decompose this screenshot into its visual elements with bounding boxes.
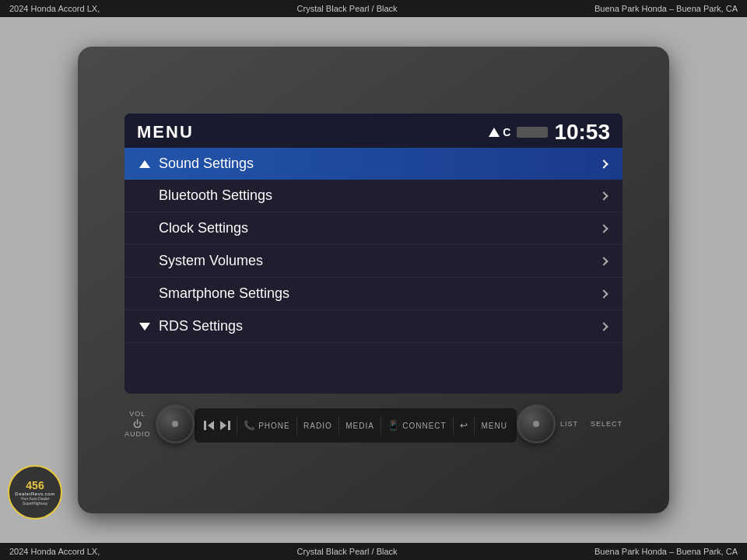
bottom-bar: 2024 Honda Accord LX, Crystal Black Pear… xyxy=(0,543,747,560)
menu-item-clock[interactable]: Clock Settings xyxy=(124,212,622,245)
connect-icon: 📱 xyxy=(388,420,399,431)
watermark-numbers: 456 xyxy=(26,479,44,492)
phone-icon: 📞 xyxy=(244,420,255,431)
vol-label: VOL ⏻ AUDIO xyxy=(124,410,151,438)
back-icon: ↩ xyxy=(460,420,468,431)
select-knob[interactable] xyxy=(517,404,556,443)
list-label: LIST xyxy=(560,420,578,428)
menu-item-smartphone[interactable]: Smartphone Settings xyxy=(124,278,622,310)
screen-header: MENU C 10:53 xyxy=(124,114,622,148)
skip-back-button[interactable] xyxy=(204,421,214,430)
connect-button[interactable]: 📱 CONNECT xyxy=(388,420,446,431)
left-controls: VOL ⏻ AUDIO xyxy=(124,404,195,443)
chevron-right-icon xyxy=(599,191,608,200)
menu-list: Sound Settings Bluetooth Settings Clock … xyxy=(124,148,622,394)
signal-bar-group xyxy=(517,127,548,138)
divider xyxy=(381,416,381,435)
menu-item-label: RDS Settings xyxy=(159,318,601,334)
menu-item-rds[interactable]: RDS Settings xyxy=(124,310,622,343)
right-controls: LIST SELECT xyxy=(517,404,622,443)
chevron-right-icon xyxy=(599,159,608,168)
menu-item-label: Sound Settings xyxy=(159,156,601,172)
bottom-controls: 📞 PHONE RADIO MEDIA 📱 CONNECT xyxy=(195,408,517,443)
menu-item-sound-settings[interactable]: Sound Settings xyxy=(124,148,622,180)
top-bar: 2024 Honda Accord LX, Crystal Black Pear… xyxy=(0,0,747,17)
media-button[interactable]: MEDIA xyxy=(345,422,374,430)
menu-button[interactable]: MENU xyxy=(481,422,507,430)
chevron-right-icon xyxy=(599,289,608,298)
radio-button[interactable]: RADIO xyxy=(303,422,332,430)
watermark-box: 456 DealerRevs.com Your Auto Dealer Supe… xyxy=(8,465,62,520)
screen-time: 10:53 xyxy=(554,120,610,145)
menu-item-label: Bluetooth Settings xyxy=(159,187,601,204)
menu-label: MENU xyxy=(481,422,507,430)
right-labels-row: LIST SELECT xyxy=(560,420,622,428)
chevron-right-icon xyxy=(599,257,608,265)
divider xyxy=(453,416,454,435)
screen-title: MENU xyxy=(137,122,194,142)
controls-row: VOL ⏻ AUDIO xyxy=(124,401,622,446)
menu-item-bluetooth[interactable]: Bluetooth Settings xyxy=(124,180,622,212)
back-button[interactable]: ↩ xyxy=(460,420,468,431)
chevron-right-icon xyxy=(599,322,608,331)
top-bar-color: Crystal Black Pearl / Black xyxy=(297,4,398,13)
watermark: 456 DealerRevs.com Your Auto Dealer Supe… xyxy=(8,465,62,520)
select-label: SELECT xyxy=(591,420,622,428)
cancel-icon: C xyxy=(503,126,510,138)
audio-text: AUDIO xyxy=(124,430,151,438)
menu-item-label: System Volumes xyxy=(159,253,601,269)
top-bar-dealer: Buena Park Honda – Buena Park, CA xyxy=(594,4,738,13)
nav-icon xyxy=(489,128,500,137)
phone-label: PHONE xyxy=(258,422,290,430)
radio-label: RADIO xyxy=(303,422,332,430)
divider xyxy=(237,416,237,435)
menu-item-label: Smartphone Settings xyxy=(159,285,601,302)
screen-header-right: C 10:53 xyxy=(489,120,610,145)
divider xyxy=(474,416,475,435)
bottom-bar-dealer: Buena Park Honda – Buena Park, CA xyxy=(594,547,738,556)
phone-button[interactable]: 📞 PHONE xyxy=(244,420,290,431)
arrow-up-icon xyxy=(137,160,153,168)
bottom-bar-model: 2024 Honda Accord LX, xyxy=(9,547,100,556)
menu-item-system-volumes[interactable]: System Volumes xyxy=(124,245,622,278)
skip-back-icon xyxy=(204,421,214,430)
power-icon: ⏻ xyxy=(133,419,142,429)
menu-item-label: Clock Settings xyxy=(159,220,601,236)
skip-forward-icon xyxy=(220,421,230,430)
main-content: MENU C 10:53 xyxy=(0,17,747,543)
infotainment-screen: MENU C 10:53 xyxy=(124,114,622,394)
media-label: MEDIA xyxy=(345,422,374,430)
top-bar-model: 2024 Honda Accord LX, xyxy=(9,4,100,13)
skip-forward-button[interactable] xyxy=(220,421,230,430)
vol-knob[interactable] xyxy=(156,404,195,443)
right-knob-labels: LIST SELECT xyxy=(560,420,622,428)
divider xyxy=(338,416,339,435)
vol-text: VOL xyxy=(129,410,146,418)
infotainment-unit: MENU C 10:53 xyxy=(78,47,669,513)
screen-icons: C xyxy=(489,126,548,138)
chevron-right-icon xyxy=(599,224,608,233)
arrow-down-icon xyxy=(137,323,153,331)
divider xyxy=(296,416,297,435)
screen-display: MENU C 10:53 xyxy=(124,114,622,394)
connect-label: CONNECT xyxy=(402,422,446,430)
bottom-bar-color: Crystal Black Pearl / Black xyxy=(297,547,398,556)
watermark-tagline: Your Auto Dealer SuperHighway xyxy=(9,496,61,506)
